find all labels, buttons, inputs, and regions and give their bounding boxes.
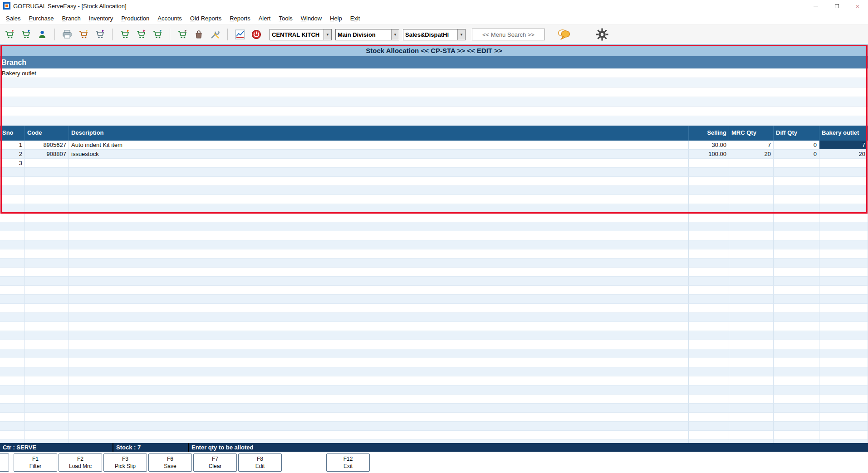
cell-mrc-qty[interactable] bbox=[729, 249, 774, 258]
menu-item-old-reports[interactable]: Old Reports bbox=[186, 15, 226, 22]
cell-mrc-qty[interactable] bbox=[729, 159, 774, 168]
cell-sno[interactable] bbox=[0, 376, 25, 385]
cell-description[interactable]: issuestock bbox=[69, 150, 689, 159]
cell-bakery-outlet[interactable] bbox=[819, 385, 868, 395]
cell-selling[interactable] bbox=[689, 404, 729, 413]
cell-code[interactable]: 908807 bbox=[25, 150, 69, 159]
table-row[interactable] bbox=[0, 231, 868, 240]
branch-row[interactable] bbox=[0, 107, 868, 116]
cell-selling[interactable] bbox=[689, 367, 729, 376]
table-row[interactable] bbox=[0, 404, 868, 413]
cell-code[interactable] bbox=[25, 213, 69, 222]
cell-selling[interactable] bbox=[689, 195, 729, 204]
cell-diff-qty[interactable]: 0 bbox=[774, 141, 819, 150]
cell-code[interactable] bbox=[25, 159, 69, 168]
cell-description[interactable] bbox=[69, 249, 689, 258]
cell-code[interactable] bbox=[25, 440, 69, 443]
cell-selling[interactable] bbox=[689, 313, 729, 322]
cell-diff-qty[interactable] bbox=[774, 385, 819, 395]
cell-bakery-outlet[interactable] bbox=[819, 413, 868, 422]
cell-sno[interactable] bbox=[0, 258, 25, 268]
cell-diff-qty[interactable] bbox=[774, 231, 819, 240]
cell-code[interactable] bbox=[25, 322, 69, 331]
cell-sno[interactable] bbox=[0, 304, 25, 313]
cell-mrc-qty[interactable] bbox=[729, 440, 774, 443]
division-combo[interactable]: Main Division ▼ bbox=[335, 29, 399, 40]
cell-bakery-outlet[interactable] bbox=[819, 313, 868, 322]
fkey-f6-save-button[interactable]: F6Save bbox=[148, 453, 192, 472]
cell-bakery-outlet[interactable] bbox=[819, 286, 868, 295]
table-row[interactable] bbox=[0, 331, 868, 340]
menu-item-production[interactable]: Production bbox=[117, 15, 153, 22]
cell-description[interactable] bbox=[69, 222, 689, 231]
cell-selling[interactable] bbox=[689, 385, 729, 395]
cell-diff-qty[interactable] bbox=[774, 168, 819, 177]
cell-selling[interactable] bbox=[689, 286, 729, 295]
table-row[interactable] bbox=[0, 395, 868, 404]
cell-bakery-outlet[interactable] bbox=[819, 358, 868, 367]
cell-code[interactable] bbox=[25, 168, 69, 177]
cell-sno[interactable] bbox=[0, 231, 25, 240]
cell-description[interactable] bbox=[69, 304, 689, 313]
cell-selling[interactable]: 100.00 bbox=[689, 150, 729, 159]
cell-mrc-qty[interactable] bbox=[729, 277, 774, 286]
cell-code[interactable] bbox=[25, 313, 69, 322]
cell-description[interactable] bbox=[69, 395, 689, 404]
cell-code[interactable] bbox=[25, 422, 69, 431]
cell-mrc-qty[interactable] bbox=[729, 331, 774, 340]
cell-selling[interactable] bbox=[689, 168, 729, 177]
table-row[interactable] bbox=[0, 385, 868, 395]
branch-row[interactable] bbox=[0, 78, 868, 88]
cell-sno[interactable] bbox=[0, 358, 25, 367]
cell-sno[interactable] bbox=[0, 168, 25, 177]
cell-diff-qty[interactable] bbox=[774, 376, 819, 385]
cell-mrc-qty[interactable] bbox=[729, 304, 774, 313]
cell-diff-qty[interactable] bbox=[774, 177, 819, 186]
cell-selling[interactable] bbox=[689, 304, 729, 313]
cell-mrc-qty[interactable] bbox=[729, 349, 774, 358]
cell-mrc-qty[interactable] bbox=[729, 168, 774, 177]
sales-dispatch-combo[interactable]: Sales&DispatHl ▼ bbox=[403, 29, 466, 40]
cell-bakery-outlet[interactable] bbox=[819, 240, 868, 249]
cell-bakery-outlet[interactable] bbox=[819, 331, 868, 340]
cell-code[interactable] bbox=[25, 286, 69, 295]
cell-bakery-outlet[interactable] bbox=[819, 168, 868, 177]
cell-diff-qty[interactable] bbox=[774, 349, 819, 358]
cell-code[interactable] bbox=[25, 404, 69, 413]
cell-sno[interactable]: 2 bbox=[0, 150, 25, 159]
cell-code[interactable] bbox=[25, 249, 69, 258]
cell-mrc-qty[interactable] bbox=[729, 204, 774, 213]
table-row[interactable] bbox=[0, 413, 868, 422]
grn-cart-icon[interactable] bbox=[151, 28, 164, 41]
cell-code[interactable] bbox=[25, 240, 69, 249]
cell-diff-qty[interactable] bbox=[774, 358, 819, 367]
cell-bakery-outlet[interactable] bbox=[819, 404, 868, 413]
cell-selling[interactable] bbox=[689, 177, 729, 186]
cell-mrc-qty[interactable] bbox=[729, 195, 774, 204]
cell-selling[interactable] bbox=[689, 268, 729, 277]
cell-bakery-outlet[interactable] bbox=[819, 249, 868, 258]
cell-selling[interactable] bbox=[689, 422, 729, 431]
cell-mrc-qty[interactable] bbox=[729, 422, 774, 431]
table-row[interactable] bbox=[0, 213, 868, 222]
cell-code[interactable] bbox=[25, 349, 69, 358]
table-row[interactable] bbox=[0, 295, 868, 304]
menu-item-sales[interactable]: Sales bbox=[2, 15, 25, 22]
cell-selling[interactable] bbox=[689, 249, 729, 258]
cell-bakery-outlet[interactable] bbox=[819, 349, 868, 358]
cell-mrc-qty[interactable] bbox=[729, 222, 774, 231]
power-icon[interactable] bbox=[250, 28, 263, 41]
cell-sno[interactable] bbox=[0, 395, 25, 404]
cell-bakery-outlet[interactable] bbox=[819, 395, 868, 404]
cell-description[interactable] bbox=[69, 376, 689, 385]
cell-description[interactable] bbox=[69, 168, 689, 177]
cell-sno[interactable] bbox=[0, 213, 25, 222]
cell-bakery-outlet[interactable]: 20 bbox=[819, 150, 868, 159]
cell-code[interactable] bbox=[25, 358, 69, 367]
restore-button[interactable] bbox=[826, 0, 847, 12]
cell-description[interactable] bbox=[69, 413, 689, 422]
table-row[interactable] bbox=[0, 322, 868, 331]
cell-bakery-outlet[interactable] bbox=[819, 222, 868, 231]
cell-description[interactable]: Auto indent Kit item bbox=[69, 141, 689, 150]
cell-diff-qty[interactable] bbox=[774, 249, 819, 258]
